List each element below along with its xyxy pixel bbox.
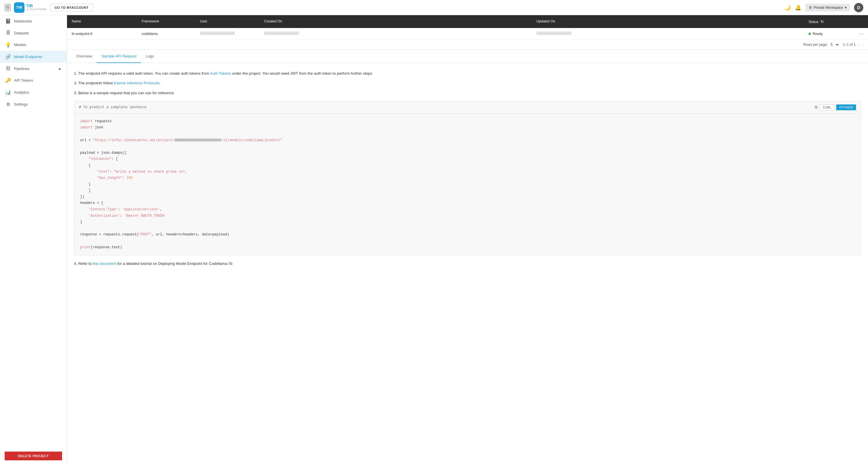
code-line-12: headers = {: [80, 200, 855, 207]
code-comment: # To predict a complete sentence: [79, 104, 146, 111]
rows-per-page-select[interactable]: 5 10 25: [830, 42, 839, 47]
col-header-user: User: [195, 15, 259, 28]
refresh-icon[interactable]: ↻: [820, 19, 824, 24]
code-line-13: 'Content-Type': 'application/json',: [80, 207, 855, 213]
sidebar-label-datasets: Datasets: [14, 31, 29, 35]
delete-project-button[interactable]: DELETE PROJECT: [5, 452, 62, 460]
code-line-5: "instances": [: [80, 156, 855, 163]
header-left: ☰ TIR TIR AI PLATFORM GO TO MYACCOUNT: [5, 2, 93, 13]
analytics-icon: 📊: [5, 90, 11, 95]
prev-page-button[interactable]: ‹: [858, 42, 859, 47]
code-line-16: response = requests.request("POST", url,…: [80, 232, 855, 238]
tab-sample-api-request[interactable]: Sample API Request: [97, 50, 141, 63]
pipelines-chevron-icon: ▲: [58, 66, 62, 70]
tab-overview[interactable]: Overview: [72, 50, 97, 63]
model-endpoints-icon: 🔗: [5, 54, 11, 59]
table-container: Name Framework User Created On Updated O…: [67, 15, 868, 50]
logo-icon: TIR: [14, 2, 25, 13]
user-avatar[interactable]: D: [854, 3, 863, 12]
code-line-14: 'Authorization': 'Bearer $AUTH_TOKEN': [80, 213, 855, 220]
content-area: Overview Sample API Request Logs 1. The …: [67, 50, 868, 465]
settings-icon: ⚙: [5, 101, 11, 107]
code-line-9: }: [80, 181, 855, 188]
sidebar-item-analytics[interactable]: 📊 Analytics: [0, 86, 67, 98]
dark-mode-button[interactable]: 🌙: [784, 4, 791, 11]
api-tokens-icon: 🔑: [5, 78, 11, 83]
next-page-button[interactable]: ›: [862, 42, 863, 47]
notifications-button[interactable]: 🔔: [795, 4, 801, 11]
sidebar-item-pipelines[interactable]: ⛓ Pipelines ▲: [0, 63, 67, 75]
sidebar-item-model-endpoints[interactable]: 🔗 Model Endpoints: [0, 51, 67, 63]
sidebar-label-pipelines: Pipelines: [14, 66, 29, 71]
workspace-label: Private Workspace: [814, 5, 843, 10]
top-header: ☰ TIR TIR AI PLATFORM GO TO MYACCOUNT 🌙 …: [0, 0, 868, 15]
col-header-updated-on: Updated On: [532, 15, 804, 28]
code-line-8: "max_length": 200: [80, 175, 855, 181]
sidebar-item-settings[interactable]: ⚙ Settings: [0, 98, 67, 110]
sidebar-label-settings: Settings: [14, 102, 28, 107]
sidebar-label-models: Models: [14, 42, 26, 47]
code-line-7: "text": "write a method to check prime n…: [80, 169, 855, 175]
row-menu-button[interactable]: ⋯: [856, 31, 868, 37]
workspace-icon: ⚙: [809, 5, 812, 10]
sidebar-item-datasets[interactable]: 🗄 Datasets: [0, 27, 67, 39]
code-line-empty-2: [80, 144, 855, 150]
status-label: Ready: [813, 32, 823, 36]
status-dot: [809, 33, 811, 35]
code-line-17: print(response.text): [80, 244, 855, 251]
col-header-status: Status ↻: [804, 15, 856, 28]
notebooks-icon: 📓: [5, 19, 11, 24]
api-point-2: 2. The endpoints follow Kserve Inference…: [74, 80, 861, 86]
code-line-empty-4: [80, 238, 855, 244]
sidebar-label-analytics: Analytics: [14, 90, 29, 94]
code-actions: ⧉ CURL PYTHON: [815, 105, 856, 110]
main-content: Name Framework User Created On Updated O…: [67, 15, 868, 465]
workspace-button[interactable]: ⚙ Private Workspace ▾: [805, 4, 850, 11]
col-header-framework: Framework: [137, 15, 195, 28]
datasets-icon: 🗄: [5, 30, 11, 36]
logo-subtitle: AI PLATFORM: [26, 8, 46, 11]
main-layout: 📓 Notebooks 🗄 Datasets 💡 Models 🔗 Model …: [0, 15, 868, 465]
api-content: 1. The endpoint API requires a valid aut…: [67, 63, 868, 277]
api-point-3: 3. Below is a sample request that you ca…: [74, 90, 861, 96]
code-line-1: import requests: [80, 118, 855, 125]
sidebar-item-notebooks[interactable]: 📓 Notebooks: [0, 15, 67, 27]
this-document-link[interactable]: this document: [93, 261, 116, 266]
api-point-1: 1. The endpoint API requires a valid aut…: [74, 70, 861, 77]
pagination-info: 1–1 of 1: [843, 42, 856, 47]
table-footer: Rows per page: 5 10 25 1–1 of 1 ‹ ›: [67, 40, 868, 50]
logo-text-block: TIR AI PLATFORM: [26, 4, 46, 11]
copy-button[interactable]: ⧉: [815, 105, 817, 110]
table-header: Name Framework User Created On Updated O…: [67, 15, 868, 28]
logo-area: TIR TIR AI PLATFORM: [14, 2, 46, 13]
code-line-11: }): [80, 194, 855, 200]
sidebar-item-models[interactable]: 💡 Models: [0, 39, 67, 51]
tab-logs[interactable]: Logs: [141, 50, 159, 63]
workspace-chevron-icon: ▾: [845, 5, 846, 10]
models-icon: 💡: [5, 42, 11, 48]
rows-per-page-label: Rows per page:: [803, 42, 828, 47]
cell-framework: codellama: [137, 28, 195, 39]
hamburger-button[interactable]: ☰: [5, 4, 10, 11]
code-block-header: # To predict a complete sentence ⧉ CURL …: [74, 101, 861, 114]
api-point-4: 4. Refer to this document for a detailed…: [74, 260, 861, 267]
kserve-link[interactable]: Kserve Inference Protocols: [114, 81, 159, 85]
code-line-empty-3: [80, 226, 855, 232]
sidebar: 📓 Notebooks 🗄 Datasets 💡 Models 🔗 Model …: [0, 15, 67, 465]
code-line-4: payload = json.dumps({: [80, 150, 855, 156]
code-line-2: import json: [80, 124, 855, 131]
logo-title: TIR: [26, 4, 46, 8]
col-header-name: Name: [67, 15, 137, 28]
curl-button[interactable]: CURL: [819, 105, 835, 110]
sidebar-bottom: DELETE PROJECT: [0, 447, 67, 465]
cell-created-on: [259, 28, 532, 39]
sidebar-item-api-tokens[interactable]: 🔑 API Tokens: [0, 75, 67, 86]
col-header-actions: [856, 15, 868, 28]
sidebar-label-model-endpoints: Model Endpoints: [14, 55, 42, 59]
go-to-myaccount-button[interactable]: GO TO MYACCOUNT: [50, 4, 93, 11]
pipelines-icon: ⛓: [5, 66, 11, 71]
auth-tokens-link[interactable]: Auth Tokens: [210, 71, 231, 76]
code-body: import requests import json url = "https…: [74, 114, 861, 255]
python-button[interactable]: PYTHON: [836, 105, 856, 110]
code-line-6: {: [80, 163, 855, 169]
